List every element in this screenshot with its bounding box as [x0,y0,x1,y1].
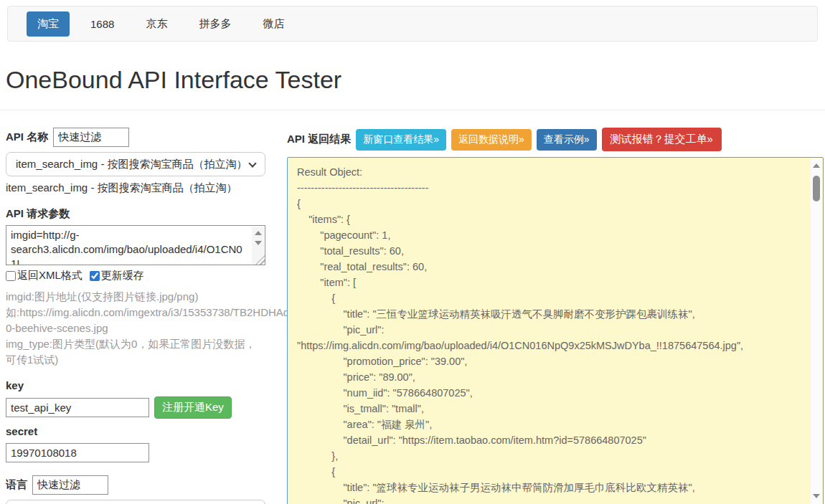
api-select[interactable]: item_search_img - 按图搜索淘宝商品（拍立淘） [6,152,265,176]
result-label: API 返回结果 [287,133,351,146]
request-panel: API 名称 item_search_img - 按图搜索淘宝商品（拍立淘） i… [6,128,287,504]
page-title: OneBound API Interface Tester [6,66,825,94]
help-line: 如:https://img.alicdn.com/imgextra/i3/153… [6,305,287,320]
xml-format-label: 返回XML格式 [17,269,82,282]
refresh-cache-checkbox[interactable] [90,271,100,281]
api-result-json: Result Object: -------------------------… [288,158,811,504]
params-help-text: imgid:图片地址(仅支持图片链接.jpg/png) 如:https://im… [6,289,287,368]
secret-label: secret [6,425,287,437]
nav-tab-jd[interactable]: 京东 [135,11,178,37]
platform-navbar: 淘宝 1688 京东 拼多多 微店 [7,6,818,42]
help-line: 0-beehive-scenes.jpg [6,320,287,336]
nav-tab-taobao[interactable]: 淘宝 [27,11,70,37]
report-bug-ticket-button[interactable]: 测试报错？提交工单» [602,128,722,151]
secret-input[interactable] [6,443,149,462]
language-filter-input[interactable] [32,475,108,495]
key-input[interactable] [6,398,149,417]
view-example-button[interactable]: 查看示例» [537,129,597,151]
title-divider [0,110,825,110]
api-select-caption: item_search_img - 按图搜索淘宝商品（拍立淘） [6,181,287,195]
refresh-cache-label: 更新缓存 [101,269,144,282]
api-result-box: Result Object: -------------------------… [287,157,824,504]
chevron-down-icon [248,159,256,167]
options-row: 返回XML格式 更新缓存 [6,269,287,282]
params-textarea[interactable]: imgid=http://g-search3.alicdn.com/img/ba… [6,225,265,265]
language-select[interactable]: 简体中文 - Chinese Simplified(中文[简体])#zh-C [6,500,265,504]
open-result-new-window-button[interactable]: 新窗口查看结果» [356,129,446,151]
api-select-value: item_search_img - 按图搜索淘宝商品（拍立淘） [16,158,248,170]
nav-tab-1688[interactable]: 1688 [80,12,125,36]
key-row: 注册开通Key [6,396,287,419]
scroll-up-icon[interactable] [255,231,262,235]
nav-tab-weidian[interactable]: 微店 [252,11,295,37]
scrollbar-thumb[interactable] [813,176,820,201]
result-header: API 返回结果 新窗口查看结果» 返回数据说明» 查看示例» 测试报错？提交工… [287,128,824,151]
nav-tab-pdd[interactable]: 拼多多 [188,11,242,37]
scroll-down-icon[interactable] [813,494,820,498]
scroll-up-icon[interactable] [813,163,820,168]
api-name-row: API 名称 [6,128,287,147]
register-key-button[interactable]: 注册开通Key [154,396,232,419]
language-label: 语言 [6,478,27,492]
params-value: imgid=http://g-search3.alicdn.com/img/ba… [11,229,242,265]
result-panel: API 返回结果 新窗口查看结果» 返回数据说明» 查看示例» 测试报错？提交工… [287,128,825,504]
result-scrollbar[interactable] [811,158,822,504]
help-line: img_type:图片类型(默认为0，如果正常图片没数据， [6,336,287,352]
api-name-filter-input[interactable] [53,128,129,147]
response-data-docs-button[interactable]: 返回数据说明» [451,129,532,151]
main-content: API 名称 item_search_img - 按图搜索淘宝商品（拍立淘） i… [0,128,825,504]
params-label: API 请求参数 [6,207,287,221]
xml-format-checkbox[interactable] [6,271,16,281]
language-row: 语言 [6,475,287,495]
scroll-down-icon[interactable] [255,241,262,245]
api-name-label: API 名称 [6,130,48,144]
key-label: key [6,379,287,391]
help-line: imgid:图片地址(仅支持图片链接.jpg/png) [6,289,287,305]
help-line: 可传1试试) [6,352,287,368]
